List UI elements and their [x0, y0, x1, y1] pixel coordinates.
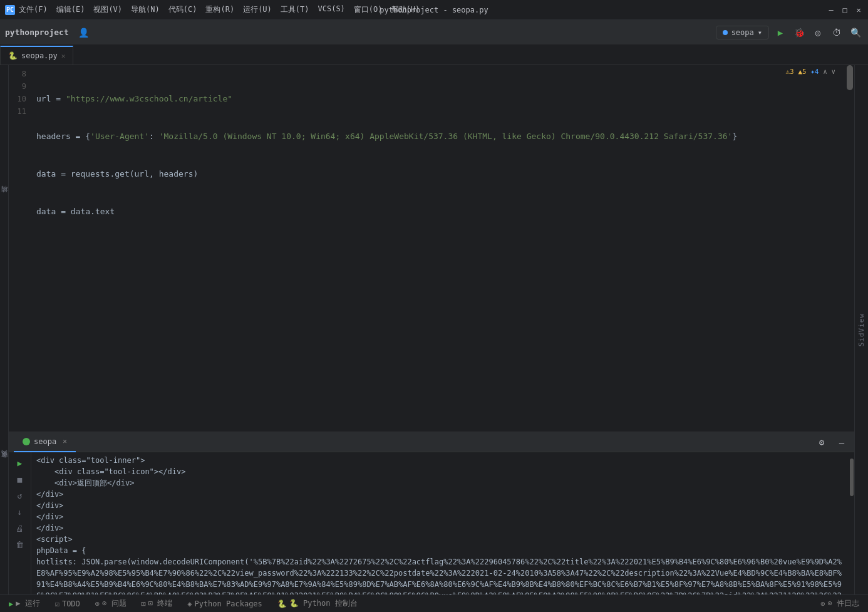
problem-label: ⊙ 问题 — [102, 598, 126, 609]
run-delete-button[interactable]: 🗑 — [13, 537, 27, 551]
warning-icon: ⚠3 — [786, 68, 794, 76]
run-panel-tabs: seopa ✕ — [14, 432, 76, 452]
status-bar-left: ▶ ▶ 运行 ☑ TODO ⊙ ⊙ 问题 ⊡ ⊡ 终端 ◈ Python Pac… — [5, 597, 361, 610]
file-log-icon: ⊙ — [820, 599, 825, 608]
line-num-9: 9 — [9, 80, 26, 93]
run-config-arrow: ▾ — [758, 28, 762, 37]
problem-status-item[interactable]: ⊙ ⊙ 问题 — [91, 597, 130, 610]
app-icon: PC — [5, 5, 15, 15]
run-scroll-button[interactable]: ↓ — [13, 505, 27, 519]
run-config-dot — [723, 30, 728, 35]
tab-label: seopa.py — [21, 51, 58, 60]
terminal-label: ⊡ 终端 — [148, 598, 172, 609]
toolbar-left: pythonproject 👤 — [5, 25, 91, 40]
scrollbar-thumb[interactable] — [847, 65, 853, 90]
menu-code[interactable]: 代码(C) — [168, 4, 197, 15]
menu-edit[interactable]: 编辑(E) — [56, 4, 85, 15]
title-bar-left: PC 文件(F) 编辑(E) 视图(V) 导航(N) 代码(C) 重构(R) 运… — [5, 4, 420, 15]
tab-bar: 🐍 seopa.py ✕ — [0, 45, 868, 65]
collapse-icon[interactable]: ∨ — [831, 68, 835, 76]
menu-refactor[interactable]: 重构(R) — [205, 4, 234, 15]
code-line-8: url = "https://www.w3cschool.cn/article" — [36, 93, 840, 105]
debug-button[interactable]: 🐞 — [792, 25, 807, 40]
editor-area: 8 9 10 11 url = "https://www.w3cschool.c… — [9, 65, 854, 594]
line-numbers: 8 9 10 11 — [9, 65, 31, 432]
code-content[interactable]: url = "https://www.w3cschool.cn/article"… — [31, 65, 845, 432]
warning-indicators: ⚠3 ▲5 ✦4 ∧ ∨ — [786, 68, 836, 76]
run-button[interactable]: ▶ — [773, 25, 788, 40]
menu-tools[interactable]: 工具(T) — [281, 4, 309, 15]
packages-status-item[interactable]: ◈ Python Packages — [183, 598, 266, 609]
user-icon[interactable]: 👤 — [76, 25, 91, 40]
code-line-9: headers = {'User-Agent': 'Mozilla/5.0 (W… — [36, 130, 840, 143]
run-output[interactable]: <div class="tool-inner"> <div class="too… — [31, 452, 849, 594]
toolbar: pythonproject 👤 seopa ▾ ▶ 🐞 ◎ ⏱ 🔍 — [0, 20, 868, 45]
title-bar: PC 文件(F) 编辑(E) 视图(V) 导航(N) 代码(C) 重构(R) 运… — [0, 0, 868, 20]
menu-run[interactable]: 运行(U) — [243, 4, 272, 15]
status-bar-right: ⊙ ⊙ 件日志 — [817, 597, 863, 610]
title-bar-title: pythonproject - seopa.py — [380, 6, 488, 14]
right-sidebar: SidView — [854, 65, 868, 594]
editor-scrollbar[interactable] — [845, 65, 854, 432]
run-status-icon — [23, 438, 30, 445]
console-label: 🐍 Python 控制台 — [289, 598, 358, 609]
title-bar-menus: 文件(F) 编辑(E) 视图(V) 导航(N) 代码(C) 重构(R) 运行(U… — [19, 4, 420, 15]
search-button[interactable]: 🔍 — [848, 25, 863, 40]
code-editor: 8 9 10 11 url = "https://www.w3cschool.c… — [9, 65, 854, 432]
close-button[interactable]: ✕ — [854, 6, 863, 14]
tab-close-button[interactable]: ✕ — [61, 52, 66, 60]
left-vertical-sidebar: 结构 收藏夹 — [0, 65, 9, 594]
run-play-button[interactable]: ▶ — [13, 456, 27, 470]
tab-seopa[interactable]: 🐍 seopa.py ✕ — [0, 46, 73, 65]
toolbar-right: seopa ▾ ▶ 🐞 ◎ ⏱ 🔍 — [716, 25, 863, 40]
run-config-label: seopa — [731, 28, 754, 37]
status-bar: ▶ ▶ 运行 ☑ TODO ⊙ ⊙ 问题 ⊡ ⊡ 终端 ◈ Python Pac… — [0, 594, 868, 612]
minimize-button[interactable]: — — [827, 6, 835, 14]
expand-icon[interactable]: ∧ — [823, 68, 827, 76]
menu-nav[interactable]: 导航(N) — [131, 4, 160, 15]
info-icon: ✦4 — [810, 68, 819, 76]
todo-status-item[interactable]: ☑ TODO — [51, 598, 84, 609]
terminal-status-item[interactable]: ⊡ ⊡ 终端 — [138, 597, 177, 610]
run-stop-button[interactable]: ■ — [13, 472, 27, 486]
run-panel: seopa ✕ ⚙ — ▶ ■ ↺ ↓ 🖨 🗑 — [9, 432, 854, 594]
project-name: pythonproject — [5, 28, 69, 37]
todo-label: TODO — [62, 599, 80, 608]
todo-icon: ☑ — [55, 599, 59, 608]
run-status-label: ▶ 运行 — [16, 598, 39, 609]
run-print-button[interactable]: 🖨 — [13, 521, 27, 535]
run-status-item[interactable]: ▶ ▶ 运行 — [5, 597, 44, 610]
run-rerun-button[interactable]: ↺ — [13, 489, 27, 502]
run-output-scrollbar[interactable] — [849, 452, 854, 594]
menu-view[interactable]: 视图(V) — [93, 4, 122, 15]
line-num-10: 10 — [9, 93, 26, 105]
console-icon: 🐍 — [277, 599, 287, 608]
maximize-button[interactable]: □ — [840, 6, 849, 14]
right-sidebar-label: SidView — [857, 313, 865, 346]
file-log-status-item[interactable]: ⊙ ⊙ 件日志 — [817, 597, 863, 610]
run-panel-settings[interactable]: ⚙ — [814, 435, 829, 450]
sidebar-label-favorites[interactable]: 收藏夹 — [0, 461, 9, 463]
run-panel-content: ▶ ■ ↺ ↓ 🖨 🗑 <div class="tool-inner"> <di… — [9, 452, 854, 594]
run-output-text: <div class="tool-inner"> <div class="too… — [36, 455, 844, 594]
coverage-button[interactable]: ◎ — [810, 25, 825, 40]
run-scrollbar-thumb[interactable] — [850, 459, 854, 496]
run-panel-header: seopa ✕ ⚙ — — [9, 432, 854, 452]
menu-file[interactable]: 文件(F) — [19, 4, 48, 15]
run-panel-minimize[interactable]: — — [834, 435, 849, 450]
menu-window[interactable]: 窗口(O) — [354, 4, 383, 15]
code-line-10: data = requests.get(url, headers) — [36, 168, 840, 180]
run-panel-controls: ⚙ — — [814, 435, 849, 450]
run-tab-close[interactable]: ✕ — [63, 437, 67, 445]
sidebar-label-structure[interactable]: 结构 — [0, 197, 9, 198]
file-log-label: ⊙ 件日志 — [828, 598, 859, 609]
line-num-8: 8 — [9, 68, 26, 80]
console-status-item[interactable]: 🐍 🐍 Python 控制台 — [274, 597, 361, 610]
menu-vcs[interactable]: VCS(S) — [318, 4, 345, 15]
alert-icon: ▲5 — [798, 68, 806, 76]
packages-icon: ◈ — [187, 599, 192, 608]
run-config[interactable]: seopa ▾ — [716, 26, 769, 39]
profile-button[interactable]: ⏱ — [829, 25, 844, 40]
run-tab-seopa[interactable]: seopa ✕ — [14, 432, 76, 452]
run-tab-label: seopa — [34, 437, 56, 446]
